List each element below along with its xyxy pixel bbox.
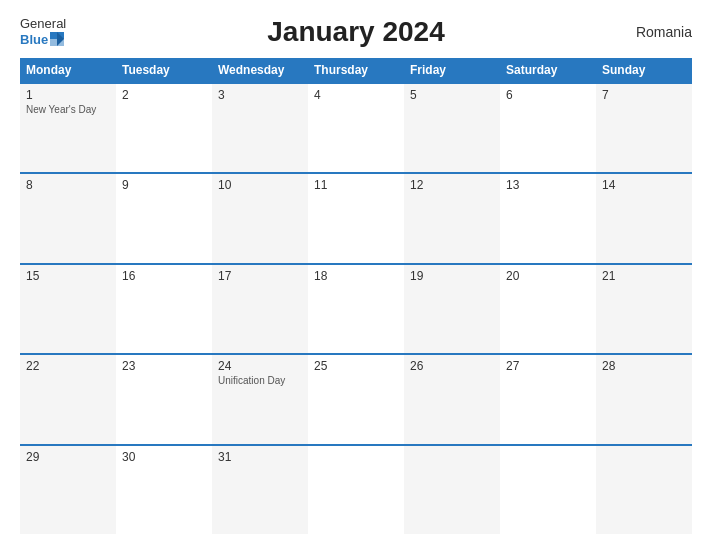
- day-number: 19: [410, 269, 494, 283]
- day-number: 11: [314, 178, 398, 192]
- day-number: 12: [410, 178, 494, 192]
- day-number: 10: [218, 178, 302, 192]
- day-number: 4: [314, 88, 398, 102]
- day-cell-3-1: 15: [20, 265, 116, 353]
- day-cell-3-2: 16: [116, 265, 212, 353]
- day-cell-4-5: 26: [404, 355, 500, 443]
- day-number: 5: [410, 88, 494, 102]
- day-number: 18: [314, 269, 398, 283]
- header-thursday: Thursday: [308, 58, 404, 82]
- day-number: 9: [122, 178, 206, 192]
- day-cell-5-7: [596, 446, 692, 534]
- day-cell-2-7: 14: [596, 174, 692, 262]
- week-row-1: 1New Year's Day234567: [20, 82, 692, 172]
- day-number: 2: [122, 88, 206, 102]
- day-cell-2-6: 13: [500, 174, 596, 262]
- day-cell-5-3: 31: [212, 446, 308, 534]
- day-number: 1: [26, 88, 110, 102]
- day-number: 21: [602, 269, 686, 283]
- header-friday: Friday: [404, 58, 500, 82]
- day-cell-4-6: 27: [500, 355, 596, 443]
- day-cell-5-4: [308, 446, 404, 534]
- day-cell-2-1: 8: [20, 174, 116, 262]
- logo-flag-icon: [50, 32, 64, 46]
- day-number: 31: [218, 450, 302, 464]
- logo-general-text: General: [20, 16, 66, 32]
- day-number: 24: [218, 359, 302, 373]
- day-number: 17: [218, 269, 302, 283]
- calendar-title: January 2024: [267, 16, 444, 48]
- day-cell-5-5: [404, 446, 500, 534]
- day-cell-4-4: 25: [308, 355, 404, 443]
- day-cell-4-7: 28: [596, 355, 692, 443]
- day-cell-1-7: 7: [596, 84, 692, 172]
- day-cell-3-5: 19: [404, 265, 500, 353]
- day-number: 14: [602, 178, 686, 192]
- header-wednesday: Wednesday: [212, 58, 308, 82]
- day-number: 15: [26, 269, 110, 283]
- day-cell-1-6: 6: [500, 84, 596, 172]
- header-sunday: Sunday: [596, 58, 692, 82]
- day-number: 16: [122, 269, 206, 283]
- day-cell-1-4: 4: [308, 84, 404, 172]
- day-number: 8: [26, 178, 110, 192]
- day-number: 3: [218, 88, 302, 102]
- country-label: Romania: [636, 24, 692, 40]
- day-cell-4-3: 24Unification Day: [212, 355, 308, 443]
- day-cell-3-4: 18: [308, 265, 404, 353]
- day-number: 7: [602, 88, 686, 102]
- day-cell-3-6: 20: [500, 265, 596, 353]
- days-header: Monday Tuesday Wednesday Thursday Friday…: [20, 58, 692, 82]
- day-number: 13: [506, 178, 590, 192]
- day-number: 30: [122, 450, 206, 464]
- day-number: 25: [314, 359, 398, 373]
- holiday-label: Unification Day: [218, 375, 302, 386]
- day-number: 22: [26, 359, 110, 373]
- day-number: 28: [602, 359, 686, 373]
- day-cell-1-2: 2: [116, 84, 212, 172]
- day-number: 26: [410, 359, 494, 373]
- calendar-container: General Blue January 2024 Romania Monday…: [0, 0, 712, 550]
- day-cell-2-4: 11: [308, 174, 404, 262]
- header-saturday: Saturday: [500, 58, 596, 82]
- week-row-5: 293031: [20, 444, 692, 534]
- week-row-4: 222324Unification Day25262728: [20, 353, 692, 443]
- day-cell-2-3: 10: [212, 174, 308, 262]
- day-cell-4-2: 23: [116, 355, 212, 443]
- day-number: 6: [506, 88, 590, 102]
- day-number: 27: [506, 359, 590, 373]
- day-cell-5-6: [500, 446, 596, 534]
- day-cell-2-5: 12: [404, 174, 500, 262]
- logo: General Blue: [20, 16, 66, 47]
- day-cell-5-2: 30: [116, 446, 212, 534]
- week-row-2: 891011121314: [20, 172, 692, 262]
- holiday-label: New Year's Day: [26, 104, 110, 115]
- day-cell-2-2: 9: [116, 174, 212, 262]
- day-cell-5-1: 29: [20, 446, 116, 534]
- header-tuesday: Tuesday: [116, 58, 212, 82]
- calendar-header: General Blue January 2024 Romania: [20, 16, 692, 48]
- day-number: 29: [26, 450, 110, 464]
- day-cell-1-3: 3: [212, 84, 308, 172]
- day-number: 20: [506, 269, 590, 283]
- logo-blue-text: Blue: [20, 32, 64, 48]
- week-row-3: 15161718192021: [20, 263, 692, 353]
- day-cell-1-1: 1New Year's Day: [20, 84, 116, 172]
- day-cell-1-5: 5: [404, 84, 500, 172]
- calendar-grid: 1New Year's Day2345678910111213141516171…: [20, 82, 692, 534]
- day-cell-3-3: 17: [212, 265, 308, 353]
- header-monday: Monday: [20, 58, 116, 82]
- day-cell-4-1: 22: [20, 355, 116, 443]
- day-cell-3-7: 21: [596, 265, 692, 353]
- day-number: 23: [122, 359, 206, 373]
